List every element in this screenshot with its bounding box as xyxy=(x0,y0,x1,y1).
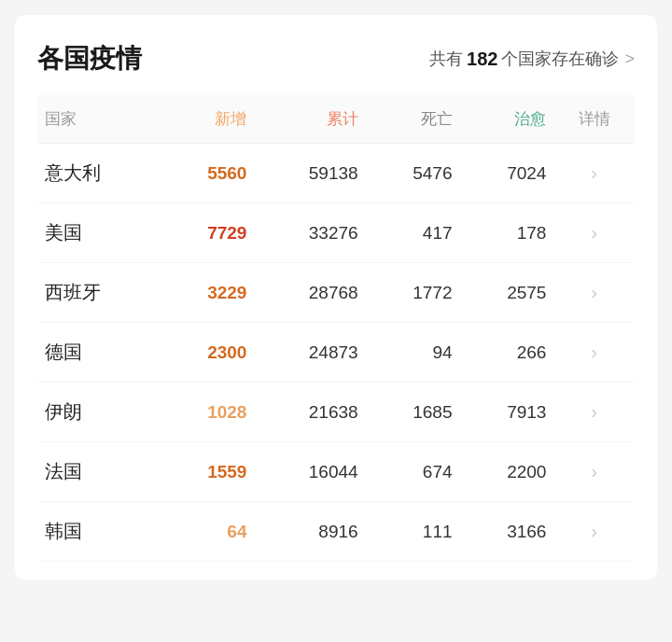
page-header: 各国疫情 共有 182 个国家存在确诊 > xyxy=(37,41,635,77)
death-cell: 111 xyxy=(366,502,460,562)
country-cell: 意大利 xyxy=(37,144,161,203)
table-row[interactable]: 美国 7729 33276 417 178 › xyxy=(37,203,635,263)
col-header-recover: 治愈 xyxy=(460,95,554,144)
recover-cell: 2575 xyxy=(460,263,554,323)
recover-cell: 3166 xyxy=(460,502,554,562)
detail-cell[interactable]: › xyxy=(553,323,635,383)
covid-table: 国家 新增 累计 死亡 治愈 详情 意大利 5560 59138 5476 70… xyxy=(37,95,635,562)
recover-cell: 2200 xyxy=(460,442,554,502)
summary-bar[interactable]: 共有 182 个国家存在确诊 > xyxy=(429,48,635,70)
col-header-detail: 详情 xyxy=(553,95,635,144)
total-cell: 8916 xyxy=(254,502,365,562)
total-cell: 33276 xyxy=(254,203,365,263)
summary-suffix: 个国家存在确诊 xyxy=(501,48,619,70)
table-row[interactable]: 西班牙 3229 28768 1772 2575 › xyxy=(37,263,635,323)
new-cell: 2300 xyxy=(161,323,255,383)
table-row[interactable]: 韩国 64 8916 111 3166 › xyxy=(37,502,635,562)
page-title: 各国疫情 xyxy=(37,41,142,77)
summary-arrow-icon: > xyxy=(624,49,635,69)
new-cell: 3229 xyxy=(161,263,255,323)
death-cell: 674 xyxy=(366,442,460,502)
country-cell: 西班牙 xyxy=(37,263,161,323)
country-cell: 德国 xyxy=(37,323,161,383)
new-cell: 5560 xyxy=(161,144,255,203)
detail-cell[interactable]: › xyxy=(553,263,635,323)
table-row[interactable]: 德国 2300 24873 94 266 › xyxy=(37,323,635,383)
table-header-row: 国家 新增 累计 死亡 治愈 详情 xyxy=(37,95,635,144)
recover-cell: 178 xyxy=(460,203,554,263)
new-cell: 1559 xyxy=(161,442,255,502)
table-body: 意大利 5560 59138 5476 7024 › 美国 7729 33276… xyxy=(37,144,635,562)
total-cell: 21638 xyxy=(254,383,365,442)
main-container: 各国疫情 共有 182 个国家存在确诊 > 国家 新增 累计 死亡 治愈 详情 … xyxy=(15,15,657,580)
country-cell: 韩国 xyxy=(37,502,161,562)
detail-cell[interactable]: › xyxy=(553,383,635,442)
col-header-country: 国家 xyxy=(37,95,161,144)
table-row[interactable]: 伊朗 1028 21638 1685 7913 › xyxy=(37,383,635,442)
detail-cell[interactable]: › xyxy=(553,144,635,203)
col-header-new: 新增 xyxy=(161,95,255,144)
total-cell: 24873 xyxy=(254,323,365,383)
detail-cell[interactable]: › xyxy=(553,203,635,263)
total-cell: 59138 xyxy=(254,144,365,203)
country-cell: 美国 xyxy=(37,203,161,263)
table-row[interactable]: 法国 1559 16044 674 2200 › xyxy=(37,442,635,502)
recover-cell: 7024 xyxy=(460,144,554,203)
recover-cell: 7913 xyxy=(460,383,554,442)
total-cell: 16044 xyxy=(254,442,365,502)
col-header-total: 累计 xyxy=(254,95,365,144)
new-cell: 64 xyxy=(161,502,255,562)
detail-cell[interactable]: › xyxy=(553,502,635,562)
death-cell: 417 xyxy=(366,203,460,263)
country-cell: 伊朗 xyxy=(37,383,161,442)
recover-cell: 266 xyxy=(460,323,554,383)
total-cell: 28768 xyxy=(254,263,365,323)
new-cell: 7729 xyxy=(161,203,255,263)
table-row[interactable]: 意大利 5560 59138 5476 7024 › xyxy=(37,144,635,203)
summary-prefix: 共有 xyxy=(429,48,463,70)
death-cell: 94 xyxy=(366,323,460,383)
new-cell: 1028 xyxy=(161,383,255,442)
detail-cell[interactable]: › xyxy=(553,442,635,502)
country-cell: 法国 xyxy=(37,442,161,502)
col-header-death: 死亡 xyxy=(366,95,460,144)
death-cell: 1772 xyxy=(366,263,460,323)
death-cell: 1685 xyxy=(366,383,460,442)
death-cell: 5476 xyxy=(366,144,460,203)
summary-count: 182 xyxy=(467,49,497,70)
